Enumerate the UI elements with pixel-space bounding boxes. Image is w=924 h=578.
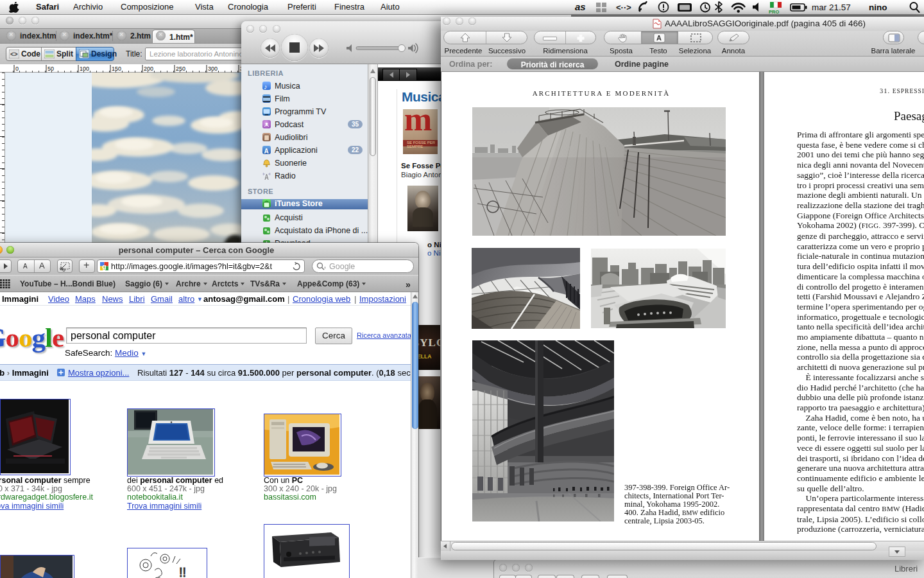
svg-text:0: 0: [15, 66, 19, 72]
svg-text:100: 100: [80, 66, 89, 72]
svg-text:A: A: [264, 148, 269, 155]
svg-text:!!: !!: [179, 565, 186, 578]
svg-text:200: 200: [144, 66, 153, 72]
svg-text:300: 300: [208, 66, 218, 72]
svg-text:<··>: <··>: [616, 3, 631, 12]
svg-text:g: g: [102, 263, 107, 270]
svg-text:<>: <>: [10, 51, 18, 58]
svg-text:A: A: [656, 34, 662, 42]
svg-text:PRO: PRO: [769, 9, 779, 15]
svg-text:mar 21.57: mar 21.57: [812, 3, 851, 12]
svg-text:250: 250: [176, 66, 185, 72]
svg-text:nino: nino: [869, 3, 887, 12]
svg-text:150: 150: [112, 66, 121, 72]
svg-text:50: 50: [47, 66, 54, 72]
svg-text:♪: ♪: [264, 83, 268, 91]
svg-text:as: as: [575, 1, 586, 12]
